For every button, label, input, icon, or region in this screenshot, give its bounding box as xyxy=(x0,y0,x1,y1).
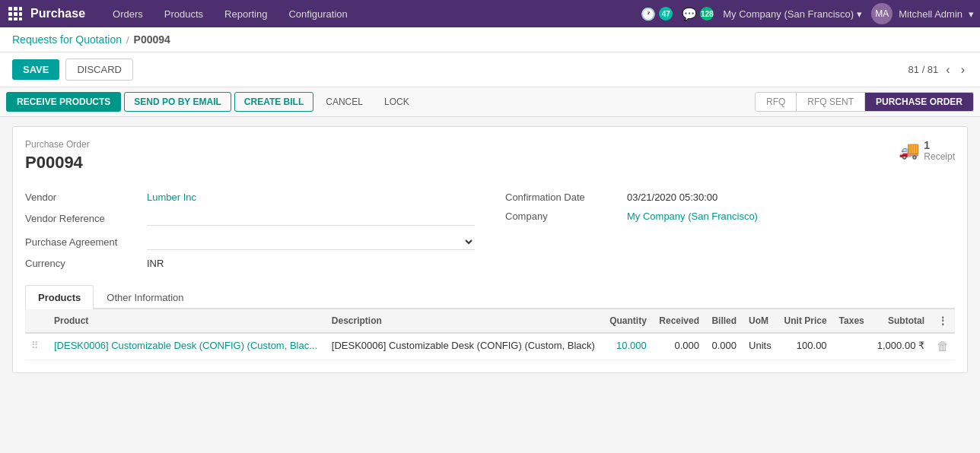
purchase-agreement-field-row: Purchase Agreement xyxy=(25,230,475,254)
app-title: Purchase xyxy=(30,7,85,21)
create-bill-button[interactable]: CREATE BILL xyxy=(234,92,313,112)
receive-products-button[interactable]: RECEIVE PRODUCTS xyxy=(6,92,121,112)
row-description: [DESK0006] Customizable Desk (CONFIG) (C… xyxy=(326,333,603,360)
delete-icon[interactable]: 🗑 xyxy=(937,340,949,353)
row-quantity[interactable]: 10.000 xyxy=(603,333,653,360)
app-grid-icon[interactable] xyxy=(6,5,24,23)
nav-reporting[interactable]: Reporting xyxy=(215,4,276,24)
receipt-label: Receipt xyxy=(924,151,955,162)
tabs: Products Other Information xyxy=(25,285,955,309)
activity-badge[interactable]: 🕐 47 xyxy=(641,7,673,21)
purchase-agreement-label: Purchase Agreement xyxy=(25,236,147,248)
clock-icon: 🕐 xyxy=(641,7,656,21)
chevron-down-icon: ▾ xyxy=(969,8,974,20)
col-subtotal-header: Subtotal xyxy=(870,309,931,333)
tab-products[interactable]: Products xyxy=(25,285,94,309)
nav-links: Orders Products Reporting Configuration xyxy=(103,4,641,24)
drag-handle-icon: ⠿ xyxy=(31,340,42,351)
svg-rect-6 xyxy=(8,17,12,21)
vendor-ref-label: Vendor Reference xyxy=(25,213,147,224)
currency-field-row: Currency INR xyxy=(25,254,475,273)
svg-rect-7 xyxy=(14,17,18,21)
col-uom-header: UoM xyxy=(743,309,778,333)
order-number: P00094 xyxy=(25,153,955,173)
activity-count: 47 xyxy=(659,7,673,21)
status-pills: RFQ RFQ SENT PURCHASE ORDER xyxy=(755,92,974,112)
col-unit-price-header: Unit Price xyxy=(778,309,833,333)
currency-value[interactable]: INR xyxy=(147,258,475,269)
send-po-by-email-button[interactable]: SEND PO BY EMAIL xyxy=(124,92,231,112)
purchase-agreement-select[interactable] xyxy=(147,233,475,250)
row-received: 0.000 xyxy=(653,333,705,360)
confirmation-date-label: Confirmation Date xyxy=(505,192,627,203)
status-purchase-order[interactable]: PURCHASE ORDER xyxy=(865,92,974,112)
top-navigation: Purchase Orders Products Reporting Confi… xyxy=(0,0,980,27)
chat-icon: 💬 xyxy=(682,7,697,21)
vendor-value[interactable]: Lumber Inc xyxy=(147,192,475,203)
row-delete[interactable]: 🗑 xyxy=(931,333,955,360)
company-value[interactable]: My Company (San Francisco) xyxy=(627,211,955,222)
company-field-row: Company My Company (San Francisco) xyxy=(505,207,955,226)
confirmation-date-value[interactable]: 03/21/2020 05:30:00 xyxy=(627,192,955,203)
confirmation-date-field-row: Confirmation Date 03/21/2020 05:30:00 xyxy=(505,188,955,207)
product-link[interactable]: [DESK0006] Customizable Desk (CONFIG) (C… xyxy=(54,340,317,351)
col-options-header[interactable]: ⋮ xyxy=(931,309,955,333)
message-badge[interactable]: 💬 128 xyxy=(682,7,714,21)
toolbar: RECEIVE PRODUCTS SEND PO BY EMAIL CREATE… xyxy=(0,87,980,117)
nav-products[interactable]: Products xyxy=(155,4,212,24)
vendor-field-row: Vendor Lumber Inc xyxy=(25,188,475,207)
breadcrumb-current: P00094 xyxy=(134,33,170,46)
tab-other-information[interactable]: Other Information xyxy=(94,285,196,309)
status-rfq-sent[interactable]: RFQ SENT xyxy=(797,92,865,112)
breadcrumb-parent[interactable]: Requests for Quotation xyxy=(12,33,122,46)
nav-orders[interactable]: Orders xyxy=(103,4,152,24)
lock-button[interactable]: LOCK xyxy=(375,93,418,111)
row-taxes[interactable] xyxy=(833,333,871,360)
message-count: 128 xyxy=(700,7,714,21)
products-table-wrapper: Product Description Quantity Received Bi xyxy=(25,309,955,360)
svg-rect-8 xyxy=(19,17,22,21)
receipt-count: 1 xyxy=(924,139,955,151)
vendor-ref-field-row: Vendor Reference xyxy=(25,207,475,230)
topbar-right: 🕐 47 💬 128 My Company (San Francisco) ▾ … xyxy=(641,3,974,24)
form-section-label: Purchase Order xyxy=(25,139,955,150)
col-description-header: Description xyxy=(326,309,603,333)
form-card: 🚚 1 Receipt Purchase Order P00094 Vendor… xyxy=(12,126,968,373)
col-received-header: Received xyxy=(653,309,705,333)
nav-configuration[interactable]: Configuration xyxy=(279,4,356,24)
next-page-button[interactable]: › xyxy=(958,62,968,78)
prev-page-button[interactable]: ‹ xyxy=(943,62,953,78)
svg-rect-3 xyxy=(8,12,12,16)
action-bar: SAVE DISCARD 81 / 81 ‹ › xyxy=(0,52,980,87)
svg-rect-1 xyxy=(14,7,18,11)
row-unit-price[interactable]: 100.00 xyxy=(778,333,833,360)
row-product[interactable]: [DESK0006] Customizable Desk (CONFIG) (C… xyxy=(48,333,326,360)
breadcrumb-separator: / xyxy=(126,34,129,46)
user-menu[interactable]: MA Mitchell Admin ▾ xyxy=(871,3,974,24)
currency-label: Currency xyxy=(25,258,147,269)
row-billed: 0.000 xyxy=(705,333,743,360)
receipt-badge[interactable]: 🚚 1 Receipt xyxy=(899,139,955,162)
col-taxes-header: Taxes xyxy=(833,309,871,333)
row-handle[interactable]: ⠿ xyxy=(25,333,48,360)
vendor-ref-input[interactable] xyxy=(147,211,475,226)
table-header-row: Product Description Quantity Received Bi xyxy=(25,309,955,333)
products-table: Product Description Quantity Received Bi xyxy=(25,309,955,360)
pagination: 81 / 81 ‹ › xyxy=(908,62,968,78)
svg-rect-0 xyxy=(8,7,12,11)
row-subtotal: 1,000.00 ₹ xyxy=(870,333,931,360)
truck-icon: 🚚 xyxy=(899,141,919,160)
cancel-button[interactable]: CANCEL xyxy=(317,93,372,111)
avatar: MA xyxy=(871,3,892,24)
receipt-info: 1 Receipt xyxy=(924,139,955,162)
status-rfq[interactable]: RFQ xyxy=(755,92,797,112)
svg-rect-2 xyxy=(19,7,22,11)
vendor-label: Vendor xyxy=(25,192,147,203)
pagination-text: 81 / 81 xyxy=(908,64,939,75)
discard-button[interactable]: DISCARD xyxy=(65,59,133,81)
row-uom: Units xyxy=(743,333,778,360)
company-selector[interactable]: My Company (San Francisco) ▾ xyxy=(723,8,862,20)
save-button[interactable]: SAVE xyxy=(12,59,59,80)
svg-rect-5 xyxy=(19,12,22,16)
table-row: ⠿ [DESK0006] Customizable Desk (CONFIG) … xyxy=(25,333,955,360)
